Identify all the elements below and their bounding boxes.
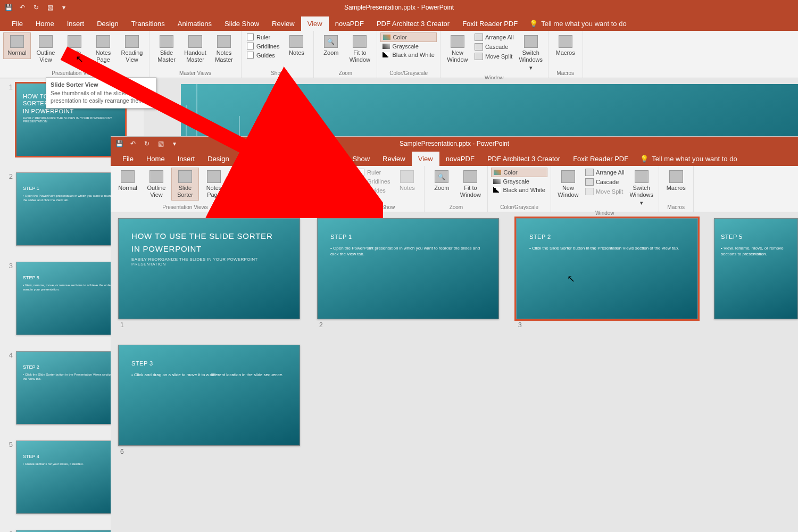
tab-home[interactable]: Home [140, 152, 171, 166]
tab-review[interactable]: Review [376, 152, 412, 166]
sorter-slide[interactable]: STEP 1• Open the PowerPoint presentation… [317, 218, 499, 319]
sorter-slide-item[interactable]: HOW TO USE THE SLIDE SORTERIN POWERPOINT… [118, 218, 300, 329]
handout-master-button[interactable]: Handout Master [181, 32, 209, 65]
cascade-button[interactable]: Cascade [583, 177, 627, 187]
slide-master-button[interactable]: Slide Master [153, 32, 180, 65]
tab-pdfarchitect[interactable]: PDF Architect 3 Creator [481, 152, 567, 166]
arrange-all-button[interactable]: Arrange All [472, 32, 516, 42]
new-window-button[interactable]: New Window [444, 32, 471, 65]
black-white-button[interactable]: Black and White [380, 51, 436, 59]
group-show: Ruler Gridlines Guides Notes Show [242, 31, 314, 78]
redo-icon[interactable]: ↻ [32, 3, 40, 12]
notes-master-button[interactable]: Notes Master [321, 168, 348, 201]
sorter-slide[interactable]: STEP 2• Click the Slide Sorter button in… [516, 218, 698, 319]
normal-view-button[interactable]: Normal [114, 168, 142, 194]
thumbnail-slide[interactable]: STEP 5• View, rename, move, or remove se… [16, 262, 126, 335]
tab-home[interactable]: Home [29, 16, 61, 31]
sorter-slide-item[interactable]: STEP 5• View, rename, move, or remove se… [714, 218, 798, 321]
cascade-button[interactable]: Cascade [472, 42, 516, 52]
tab-animations[interactable]: Animations [171, 16, 218, 31]
tab-slideshow[interactable]: Slide Show [329, 152, 376, 166]
sorter-slide[interactable]: HOW TO USE THE SLIDE SORTERIN POWERPOINT… [118, 218, 300, 319]
black-white-button[interactable]: Black and White [491, 186, 547, 194]
thumbnail-slide[interactable]: STEP 2• Click the Slide Sorter button in… [16, 351, 126, 425]
tab-foxit[interactable]: Foxit Reader PDF [456, 16, 524, 31]
sorter-slide-item[interactable]: STEP 3• Click and drag on a slide to mov… [118, 345, 300, 455]
slide-sorter-button[interactable]: Slide Sorter [171, 168, 199, 201]
reading-view-button[interactable]: Reading View [229, 168, 256, 201]
tab-review[interactable]: Review [265, 16, 301, 31]
fit-to-window-button[interactable]: Fit to Window [456, 168, 484, 201]
sorter-slide-item[interactable]: STEP 2• Click the Slide Sorter button in… [516, 218, 698, 329]
start-from-beginning-icon[interactable]: ▧ [156, 139, 165, 148]
guides-checkbox[interactable]: Guides [245, 51, 281, 60]
normal-view-button[interactable]: Normal [3, 32, 31, 59]
tab-foxit[interactable]: Foxit Reader PDF [567, 152, 635, 166]
tab-novapdf[interactable]: novaPDF [439, 152, 481, 166]
notes-page-button[interactable]: Notes Page [200, 168, 228, 201]
reading-view-button[interactable]: Reading View [118, 32, 146, 65]
save-icon[interactable]: 💾 [115, 139, 123, 148]
tab-transitions[interactable]: Transitions [236, 152, 282, 166]
zoom-button[interactable]: 🔍Zoom [428, 168, 455, 194]
redo-icon[interactable]: ↻ [143, 139, 151, 148]
thumbnail-slide[interactable]: STEP 4• Create sections for your slides,… [16, 440, 126, 514]
color-button[interactable]: Color [491, 168, 547, 177]
arrange-all-button[interactable]: Arrange All [583, 168, 627, 177]
macros-button[interactable]: Macros [662, 168, 690, 194]
gridlines-checkbox[interactable]: Gridlines [245, 41, 281, 51]
tab-design[interactable]: Design [201, 152, 235, 166]
switch-windows-button[interactable]: Switch Windows▾ [628, 168, 655, 209]
color-button[interactable]: Color [380, 32, 436, 42]
group-presentation-views: Normal Outline View Slide Sorter Notes P… [111, 166, 260, 212]
sorter-slide-number: 3 [516, 321, 698, 329]
qat-more-icon[interactable]: ▾ [60, 3, 68, 12]
qat-more-icon[interactable]: ▾ [170, 139, 179, 148]
notes-button[interactable]: Notes [282, 32, 310, 59]
undo-icon[interactable]: ↶ [18, 3, 27, 12]
zoom-button[interactable]: 🔍Zoom [317, 32, 345, 59]
checkbox-icon [358, 169, 364, 176]
move-split-button[interactable]: Move Split [472, 52, 516, 61]
tab-view[interactable]: View [412, 152, 439, 166]
tab-file[interactable]: File [5, 16, 29, 31]
new-window-button[interactable]: New Window [554, 168, 582, 201]
tab-pdfarchitect[interactable]: PDF Architect 3 Creator [370, 16, 456, 31]
macros-button[interactable]: Macros [552, 32, 579, 59]
start-from-beginning-icon[interactable]: ▧ [46, 3, 54, 12]
ribbon-tabs: File Home Insert Design Transitions Anim… [0, 15, 798, 31]
tab-file[interactable]: File [116, 152, 140, 166]
notes-page-button[interactable]: Notes Page [89, 32, 117, 65]
tab-design[interactable]: Design [90, 16, 124, 31]
ruler-checkbox[interactable]: Ruler [245, 32, 281, 41]
group-label-presentation-views: Presentation Views [3, 69, 146, 78]
tab-slideshow[interactable]: Slide Show [218, 16, 265, 31]
sorter-slide-item[interactable]: STEP 1• Open the PowerPoint presentation… [317, 218, 499, 329]
undo-icon[interactable]: ↶ [129, 139, 137, 148]
fit-to-window-button[interactable]: Fit to Window [346, 32, 373, 65]
grayscale-button[interactable]: Grayscale [491, 177, 547, 186]
thumbnail-slide[interactable]: STEP 3• Click and drag on a slide to mov… [16, 530, 126, 532]
slide-sorter-button[interactable]: Slide Sorter [61, 32, 88, 65]
tell-me[interactable]: 💡Tell me what you want to do [524, 16, 631, 31]
sorter-slide[interactable]: STEP 5• View, rename, move, or remove se… [714, 218, 798, 319]
thumbnail-slide[interactable]: STEP 1• Open the PowerPoint presentation… [16, 172, 126, 246]
notes-master-button[interactable]: Notes Master [210, 32, 238, 65]
checkbox-icon [247, 43, 254, 49]
tab-insert[interactable]: Insert [61, 16, 91, 31]
tab-animations[interactable]: Animations [282, 152, 329, 166]
slide-master-button[interactable]: Slide Master [263, 168, 291, 201]
tab-view[interactable]: View [301, 16, 329, 31]
outline-view-button[interactable]: Outline View [143, 168, 170, 201]
tab-transitions[interactable]: Transitions [125, 16, 171, 31]
grayscale-button[interactable]: Grayscale [380, 42, 436, 51]
switch-windows-button[interactable]: Switch Windows▾ [517, 32, 545, 74]
tab-novapdf[interactable]: novaPDF [329, 16, 370, 31]
slide-sorter-area[interactable]: HOW TO USE THE SLIDE SORTERIN POWERPOINT… [111, 213, 798, 532]
handout-master-button[interactable]: Handout Master [292, 168, 320, 201]
tab-insert[interactable]: Insert [171, 152, 202, 166]
tell-me[interactable]: 💡Tell me what you want to do [635, 152, 742, 166]
outline-view-button[interactable]: Outline View [32, 32, 60, 65]
sorter-slide[interactable]: STEP 3• Click and drag on a slide to mov… [118, 345, 300, 446]
save-icon[interactable]: 💾 [4, 3, 13, 12]
